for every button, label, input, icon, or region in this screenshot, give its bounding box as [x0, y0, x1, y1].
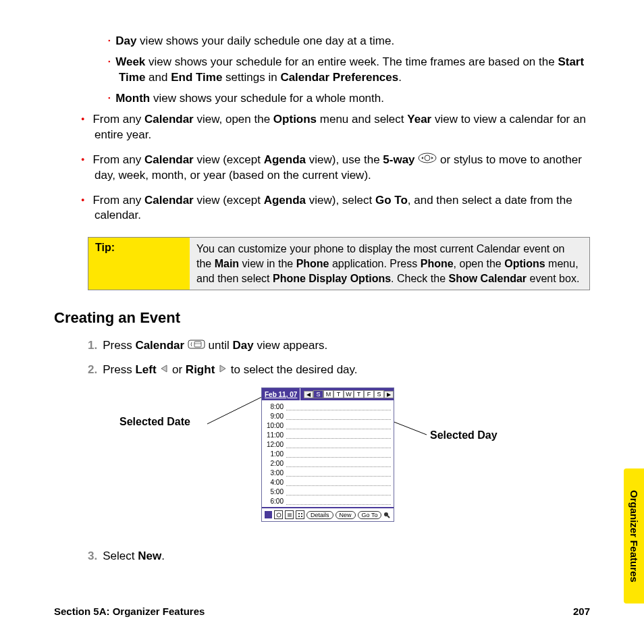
cal-time-label: 10:00: [265, 422, 286, 429]
svg-rect-12: [301, 516, 302, 517]
svg-line-14: [387, 516, 390, 518]
5way-icon: [418, 153, 437, 163]
bullet-month: Month view shows your schedule for a who…: [108, 91, 590, 107]
footer-page-number: 207: [573, 606, 590, 617]
cal-time-row[interactable]: 9:00: [265, 411, 391, 421]
dow-f[interactable]: F: [364, 390, 374, 398]
bullet-5way-nav: From any Calendar view (except Agenda vi…: [81, 153, 590, 184]
cal-next-arrow[interactable]: ▶: [384, 391, 394, 398]
cal-time-row[interactable]: 11:00: [265, 430, 391, 439]
cal-new-button[interactable]: New: [336, 511, 356, 519]
callout-line-left: [207, 396, 265, 424]
cal-view-day-icon[interactable]: [274, 510, 283, 519]
calendar-app-mock: Feb 11, 07 ◀ S M T W T F S ▶ 8:009:0010:…: [261, 387, 394, 522]
cal-time-label: 11:00: [265, 431, 286, 439]
cal-time-row[interactable]: 2:00: [265, 458, 391, 468]
step-3: 3.Select New.: [88, 549, 590, 563]
cal-time-slot[interactable]: [286, 409, 391, 410]
cal-time-slot[interactable]: [286, 504, 391, 505]
dow-s[interactable]: S: [313, 390, 323, 398]
dow-t[interactable]: T: [333, 390, 344, 398]
cal-time-row[interactable]: 1:00: [265, 449, 391, 458]
cal-time-label: 2:00: [265, 460, 286, 467]
svg-rect-3: [194, 342, 201, 347]
svg-point-5: [277, 513, 281, 517]
cal-time-slot[interactable]: [286, 437, 391, 439]
callout-selected-date: Selected Date: [119, 416, 190, 428]
cal-time-slot[interactable]: [286, 485, 391, 486]
step-1: 1.Press Calendar until Day view appears.: [88, 339, 590, 352]
cal-time-slot[interactable]: [286, 447, 391, 448]
cal-time-label: 5:00: [265, 488, 286, 495]
callout-selected-day: Selected Day: [430, 429, 498, 441]
cal-time-label: 8:00: [265, 403, 286, 410]
cal-time-row[interactable]: 3:00: [265, 468, 391, 477]
cal-time-slot[interactable]: [286, 456, 391, 458]
right-arrow-icon: [218, 364, 227, 373]
svg-rect-9: [298, 513, 300, 514]
bullet-year-view: From any Calendar view, open the Options…: [81, 112, 590, 143]
heading-creating-event: Creating an Event: [54, 309, 590, 327]
cal-time-row[interactable]: 10:00: [265, 421, 391, 430]
svg-rect-10: [301, 513, 302, 514]
cal-view-agenda-icon[interactable]: [265, 511, 272, 518]
cal-time-label: 3:00: [265, 469, 286, 477]
cal-date: Feb 11, 07: [262, 388, 300, 400]
cal-time-row[interactable]: 4:00: [265, 477, 391, 487]
cal-time-label: 9:00: [265, 412, 286, 420]
cal-time-label: 6:00: [265, 498, 286, 505]
cal-details-button[interactable]: Details: [306, 511, 333, 519]
cal-time-label: 12:00: [265, 441, 286, 448]
cal-time-slot[interactable]: [286, 475, 391, 477]
tip-body: You can customize your phone to display …: [190, 238, 589, 290]
dow-w[interactable]: W: [344, 390, 354, 398]
cal-time-slot[interactable]: [286, 419, 391, 420]
svg-point-1: [425, 155, 430, 161]
left-arrow-icon: [159, 364, 169, 373]
calendar-screenshot-diagram: Selected Date Selected Day Feb 11, 07 ◀ …: [119, 387, 525, 529]
footer-section: Section 5A: Organizer Features: [54, 606, 205, 617]
tip-box: Tip: You can customize your phone to dis…: [88, 237, 590, 290]
cal-view-week-icon[interactable]: [285, 510, 294, 519]
cal-time-label: 1:00: [265, 450, 286, 458]
cal-time-slot[interactable]: [286, 428, 391, 429]
cal-time-row[interactable]: 5:00: [265, 487, 391, 496]
cal-time-label: 4:00: [265, 479, 286, 486]
dow-s2[interactable]: S: [374, 390, 384, 398]
cal-prev-arrow[interactable]: ◀: [304, 391, 313, 398]
svg-rect-11: [298, 516, 300, 517]
bullet-week: Week view shows your schedule for an ent…: [108, 55, 590, 86]
page-footer: Section 5A: Organizer Features 207: [54, 606, 590, 617]
cal-time-row[interactable]: 8:00: [265, 402, 391, 411]
cal-time-row[interactable]: 12:00: [265, 439, 391, 449]
cal-goto-button[interactable]: Go To: [358, 511, 382, 519]
dow-t2[interactable]: T: [354, 390, 364, 398]
step-2: 2.Press Left or Right to select the desi…: [88, 363, 590, 377]
calendar-button-icon: [188, 340, 205, 349]
cal-time-row[interactable]: 6:00: [265, 496, 391, 506]
cal-view-month-icon[interactable]: [296, 510, 304, 519]
cal-time-slot[interactable]: [286, 494, 391, 495]
side-tab: Organizer Features: [624, 468, 644, 603]
svg-point-0: [419, 153, 436, 163]
bullet-day: Day view shows your daily schedule one d…: [108, 34, 590, 49]
tip-label: Tip:: [88, 238, 190, 290]
cal-time-slot[interactable]: [286, 466, 391, 467]
bullet-goto: From any Calendar view (except Agenda vi…: [81, 193, 590, 224]
cal-find-icon[interactable]: [383, 512, 390, 518]
dow-m[interactable]: M: [323, 390, 333, 398]
